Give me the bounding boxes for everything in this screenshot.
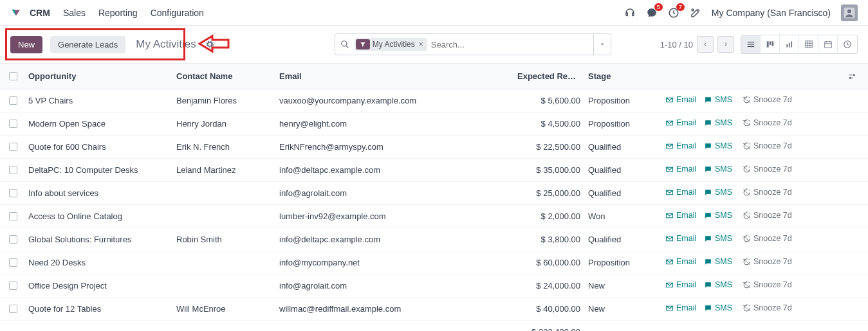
- sms-action[interactable]: SMS: [704, 257, 732, 266]
- snooze-action[interactable]: Snooze 7d: [743, 211, 792, 220]
- table-row[interactable]: 5 VP Chairs Benjamin Flores vauxoo@yourc…: [0, 89, 868, 112]
- row-checkbox[interactable]: [9, 305, 17, 313]
- search-icon: [335, 40, 355, 49]
- email-action[interactable]: Email: [665, 95, 696, 104]
- gear-icon[interactable]: [205, 40, 214, 49]
- row-checkbox[interactable]: [9, 258, 17, 267]
- sms-action[interactable]: SMS: [704, 95, 732, 104]
- table-row[interactable]: Quote for 12 Tables Will McEnroe willmac…: [0, 298, 868, 321]
- activities-icon[interactable]: 7: [668, 7, 679, 19]
- search-dropdown-toggle[interactable]: [593, 34, 611, 55]
- select-all-checkbox[interactable]: [9, 72, 17, 80]
- view-graph-icon[interactable]: [780, 35, 799, 53]
- nav-crm[interactable]: CRM: [30, 8, 50, 18]
- cell-opportunity: Access to Online Catalog: [26, 211, 174, 221]
- email-action[interactable]: Email: [665, 165, 696, 174]
- view-list-icon[interactable]: [741, 35, 761, 53]
- view-activity-icon[interactable]: [838, 35, 857, 53]
- sms-action[interactable]: SMS: [704, 141, 732, 150]
- cell-stage: Qualified: [586, 165, 663, 175]
- cell-contact: Erik N. French: [174, 142, 277, 152]
- row-checkbox[interactable]: [9, 235, 17, 244]
- nav-sales[interactable]: Sales: [63, 8, 86, 18]
- new-button[interactable]: New: [10, 36, 42, 53]
- cell-revenue: $ 3,800.00: [515, 235, 586, 244]
- nav-reporting[interactable]: Reporting: [98, 8, 138, 18]
- pager-next[interactable]: [717, 36, 734, 53]
- cell-revenue: $ 40,000.00: [515, 304, 586, 314]
- snooze-action[interactable]: Snooze 7d: [743, 95, 792, 104]
- row-checkbox[interactable]: [9, 166, 17, 174]
- table-row[interactable]: DeltaPC: 10 Computer Desks Leland Martin…: [0, 159, 868, 182]
- pager-prev[interactable]: [697, 36, 714, 53]
- col-email[interactable]: Email: [277, 71, 515, 81]
- nav-menu: CRM Sales Reporting Configuration: [30, 8, 204, 18]
- table-row[interactable]: Office Design Project info@agrolait.com …: [0, 274, 868, 298]
- sms-action[interactable]: SMS: [704, 188, 732, 197]
- table-row[interactable]: Need 20 Desks info@mycompany.net $ 60,00…: [0, 251, 868, 274]
- sms-action[interactable]: SMS: [704, 303, 732, 312]
- email-action[interactable]: Email: [665, 118, 696, 127]
- sms-action[interactable]: SMS: [704, 234, 732, 243]
- view-calendar-icon[interactable]: [818, 35, 838, 53]
- pager: 1-10 / 10: [660, 36, 734, 53]
- nav-configuration[interactable]: Configuration: [151, 8, 204, 18]
- snooze-action[interactable]: Snooze 7d: [743, 257, 792, 266]
- svg-rect-15: [791, 41, 792, 47]
- search-input[interactable]: [431, 40, 593, 49]
- svg-point-19: [853, 74, 854, 75]
- headset-icon[interactable]: [624, 7, 636, 19]
- table-row[interactable]: Modern Open Space Henry Jordan henry@eli…: [0, 112, 868, 136]
- row-checkbox[interactable]: [9, 143, 17, 151]
- sms-action[interactable]: SMS: [704, 211, 732, 220]
- row-checkbox[interactable]: [9, 96, 17, 105]
- sms-action[interactable]: SMS: [704, 280, 732, 289]
- email-action[interactable]: Email: [665, 280, 696, 289]
- cell-stage: Qualified: [586, 142, 663, 152]
- email-action[interactable]: Email: [665, 257, 696, 266]
- col-opportunity[interactable]: Opportunity: [26, 71, 174, 81]
- user-avatar[interactable]: [841, 4, 858, 21]
- sms-action[interactable]: SMS: [704, 118, 732, 127]
- row-checkbox[interactable]: [9, 282, 17, 290]
- email-action[interactable]: Email: [665, 188, 696, 197]
- filter-icon: [356, 39, 370, 49]
- email-action[interactable]: Email: [665, 211, 696, 220]
- snooze-action[interactable]: Snooze 7d: [743, 234, 792, 243]
- snooze-action[interactable]: Snooze 7d: [743, 280, 792, 289]
- controlbar-right: 1-10 / 10: [660, 35, 858, 54]
- table-row[interactable]: Global Solutions: Furnitures Robin Smith…: [0, 228, 868, 251]
- email-action[interactable]: Email: [665, 234, 696, 243]
- generate-leads-button[interactable]: Generate Leads: [50, 36, 125, 53]
- messages-icon[interactable]: 5: [646, 7, 658, 19]
- snooze-action[interactable]: Snooze 7d: [743, 165, 792, 174]
- col-revenue[interactable]: Expected Revenue: [515, 71, 586, 81]
- table-row[interactable]: Info about services info@agrolait.com $ …: [0, 182, 868, 205]
- table-row[interactable]: Access to Online Catalog lumber-inv92@ex…: [0, 205, 868, 228]
- view-kanban-icon[interactable]: [761, 35, 780, 53]
- sms-action[interactable]: SMS: [704, 165, 732, 174]
- chip-close-icon[interactable]: ×: [419, 40, 423, 49]
- tools-icon[interactable]: [690, 7, 701, 19]
- cell-email: ErikNFrench@armyspy.com: [277, 142, 515, 152]
- topnav-right: 5 7 My Company (San Francisco): [624, 4, 858, 21]
- row-checkbox[interactable]: [9, 212, 17, 220]
- row-checkbox[interactable]: [9, 120, 17, 128]
- view-pivot-icon[interactable]: [799, 35, 818, 53]
- column-settings-icon[interactable]: [817, 72, 868, 81]
- col-contact[interactable]: Contact Name: [174, 71, 277, 81]
- cell-email: willmac@rediffmail.example.com: [277, 304, 515, 314]
- email-action[interactable]: Email: [665, 141, 696, 150]
- col-stage[interactable]: Stage: [586, 71, 663, 81]
- email-action[interactable]: Email: [665, 303, 696, 312]
- snooze-action[interactable]: Snooze 7d: [743, 303, 792, 312]
- row-checkbox[interactable]: [9, 189, 17, 197]
- snooze-action[interactable]: Snooze 7d: [743, 118, 792, 127]
- snooze-action[interactable]: Snooze 7d: [743, 141, 792, 150]
- snooze-action[interactable]: Snooze 7d: [743, 188, 792, 197]
- table-row[interactable]: Quote for 600 Chairs Erik N. French Erik…: [0, 136, 868, 159]
- company-name[interactable]: My Company (San Francisco): [712, 8, 831, 18]
- cell-contact: Henry Jordan: [174, 119, 277, 129]
- cell-contact: Leland Martinez: [174, 165, 277, 175]
- cell-opportunity: Info about services: [26, 188, 174, 198]
